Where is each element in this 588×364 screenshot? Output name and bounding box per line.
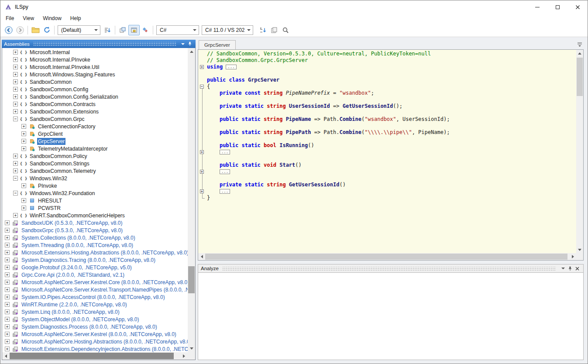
tree-item[interactable]: +GrpcClient	[2, 130, 188, 137]
tree-item[interactable]: +System.Linq (8.0.0.0, .NETCoreApp, v8.0…	[2, 308, 188, 316]
expand-icon[interactable]: +	[21, 131, 26, 136]
tree-item[interactable]: +Microsoft.AspNetCore.Hosting.Abstractio…	[2, 338, 188, 345]
menu-view[interactable]: View	[18, 14, 38, 23]
scroll-right-button[interactable]	[180, 352, 188, 360]
tree-item[interactable]: +Microsoft.AspNetCore.Server.Kestrel.Tra…	[2, 286, 188, 293]
tree-item[interactable]: +Google.Protobuf (3.24.0.0, .NETCoreApp,…	[2, 264, 188, 271]
collapse-icon[interactable]: −	[13, 191, 18, 196]
panel-menu-button[interactable]	[560, 265, 567, 272]
code-vertical-scrollbar[interactable]	[576, 50, 583, 253]
tree-item[interactable]: +PCWSTR	[2, 204, 188, 212]
tree-item[interactable]: +System.Threading (8.0.0.0, .NETCoreApp,…	[2, 241, 188, 249]
expand-icon[interactable]: +	[13, 154, 18, 158]
fold-expand-icon[interactable]: +	[199, 149, 207, 155]
expand-icon[interactable]: +	[21, 206, 26, 210]
expand-icon[interactable]: +	[13, 87, 18, 92]
tree-item[interactable]: +SandboxGrpc (0.5.3.0, .NETCoreApp, v8.0…	[2, 227, 188, 234]
tree-item[interactable]: +{ }SandboxCommon.Contracts	[2, 100, 188, 108]
scroll-right-button[interactable]	[569, 253, 576, 260]
compiler-version-select[interactable]: C# 11.0 / VS 202	[202, 25, 253, 35]
expand-icon[interactable]: +	[21, 139, 26, 144]
sort-members-button[interactable]	[257, 25, 268, 35]
tree-item[interactable]: +{ }SandboxCommon.Strings	[2, 160, 188, 167]
tree-item[interactable]: +{ }SandboxCommon.Policy	[2, 152, 188, 160]
expand-icon[interactable]: +	[13, 102, 18, 106]
expand-icon[interactable]: +	[5, 302, 10, 307]
code-hscroll-thumb[interactable]	[205, 254, 567, 260]
expand-icon[interactable]: +	[5, 324, 10, 329]
close-button[interactable]	[567, 0, 588, 14]
tree-item[interactable]: +WinRT.Runtime (2.2.0.0, .NETCoreApp, v8…	[2, 301, 188, 308]
tree-hscroll-thumb[interactable]	[10, 353, 174, 359]
expand-icon[interactable]: +	[5, 235, 10, 240]
assembly-list-select[interactable]: (Default)	[58, 25, 100, 35]
expand-icon[interactable]: +	[13, 72, 18, 77]
expand-icon[interactable]: +	[5, 339, 10, 344]
tree-item[interactable]: +TelemetryMetadataInterceptor	[2, 145, 188, 152]
tree-item[interactable]: +PInvoke	[2, 182, 188, 189]
collapsed-code-icon[interactable]: ...	[220, 150, 230, 155]
tree-item[interactable]: +{ }Microsoft.Windows.Staging.Features	[2, 71, 188, 78]
fold-expand-icon[interactable]: +	[199, 168, 207, 175]
assemblies-panel-header[interactable]: Assemblies	[2, 40, 196, 48]
pin-button[interactable]	[567, 265, 574, 272]
expand-icon[interactable]: +	[5, 243, 10, 247]
expand-icon[interactable]: +	[5, 265, 10, 270]
expand-icon[interactable]: +	[13, 161, 18, 166]
tree-item[interactable]: +{ }Microsoft.Internal	[2, 48, 188, 56]
expand-icon[interactable]: +	[5, 347, 10, 351]
tree-item[interactable]: +SandboxUDK (0.5.3.0, .NETCoreApp, v8.0)	[2, 219, 188, 227]
expand-icon[interactable]: +	[13, 168, 18, 173]
expand-icon[interactable]: +	[13, 94, 18, 99]
tree-item[interactable]: +Microsoft.Extensions.Hosting.Abstractio…	[2, 249, 188, 256]
metadata-view-button[interactable]	[140, 25, 151, 35]
expand-icon[interactable]: +	[5, 280, 10, 285]
code-vscroll-thumb[interactable]	[577, 58, 583, 96]
tree-item[interactable]: +GrpcServer	[2, 137, 188, 145]
collapsed-code-icon[interactable]: ...	[220, 189, 230, 194]
expand-icon[interactable]: +	[5, 295, 10, 299]
code-editor[interactable]: // SandboxCommon, Version=0.5.3.0, Cultu…	[198, 49, 584, 261]
maximize-button[interactable]	[547, 0, 567, 14]
show-all-types-button[interactable]	[117, 25, 128, 35]
minimize-button[interactable]	[527, 0, 547, 14]
tree-item[interactable]: −{ }SandboxCommon.Grpc	[2, 115, 188, 123]
search-button[interactable]	[280, 25, 291, 35]
menu-window[interactable]: Window	[38, 14, 66, 23]
tree-item[interactable]: +Microsoft.AspNetCore.Server.Kestrel.Cor…	[2, 278, 188, 286]
collapsed-code-icon[interactable]: ...	[226, 65, 236, 69]
expand-icon[interactable]: +	[21, 198, 26, 203]
expand-icon[interactable]: +	[5, 332, 10, 337]
sort-assemblies-button[interactable]	[102, 25, 113, 35]
tree-item[interactable]: +{ }SandboxCommon	[2, 78, 188, 86]
menu-help[interactable]: Help	[66, 14, 86, 23]
open-file-button[interactable]	[30, 25, 41, 35]
expand-icon[interactable]: +	[13, 79, 18, 84]
language-select[interactable]: C#	[156, 25, 199, 35]
tree-item[interactable]: +{ }SandboxCommon.Config.Serialization	[2, 93, 188, 100]
scroll-up-button[interactable]	[576, 50, 583, 57]
tree-item[interactable]: +Grpc.Core.Api (2.0.0.0, .NETStandard, v…	[2, 271, 188, 278]
expand-icon[interactable]: +	[21, 124, 26, 129]
reload-button[interactable]	[41, 25, 52, 35]
expand-icon[interactable]: +	[13, 50, 18, 55]
expand-icon[interactable]: +	[5, 272, 10, 277]
tree-item[interactable]: +{ }SandboxCommon.Extensions	[2, 108, 188, 115]
tree-item[interactable]: +System.Collections (8.0.0.0, .NETCoreAp…	[2, 234, 188, 241]
forward-button[interactable]	[14, 25, 26, 35]
tree-item[interactable]: −{ }Windows.Win32	[2, 175, 188, 182]
collapse-icon[interactable]: −	[13, 176, 18, 181]
tab-grpcserver[interactable]: GrpcServer	[199, 40, 236, 49]
fold-expand-icon[interactable]: +	[199, 188, 207, 195]
expand-icon[interactable]: +	[13, 65, 18, 69]
tree-item[interactable]: +{ }SandboxCommon.Config	[2, 86, 188, 93]
window-list-button[interactable]	[577, 41, 583, 49]
expand-icon[interactable]: +	[5, 220, 10, 225]
expand-icon[interactable]: +	[5, 287, 10, 292]
pin-button[interactable]	[186, 41, 193, 47]
expand-icon[interactable]: +	[5, 309, 10, 314]
tree-item[interactable]: +{ }Microsoft.Internal.PInvoke.Util	[2, 63, 188, 71]
scroll-left-button[interactable]	[2, 352, 10, 360]
tree-item[interactable]: +System.Diagnostics.Process (8.0.0.0, .N…	[2, 323, 188, 330]
expand-icon[interactable]: +	[5, 317, 10, 322]
